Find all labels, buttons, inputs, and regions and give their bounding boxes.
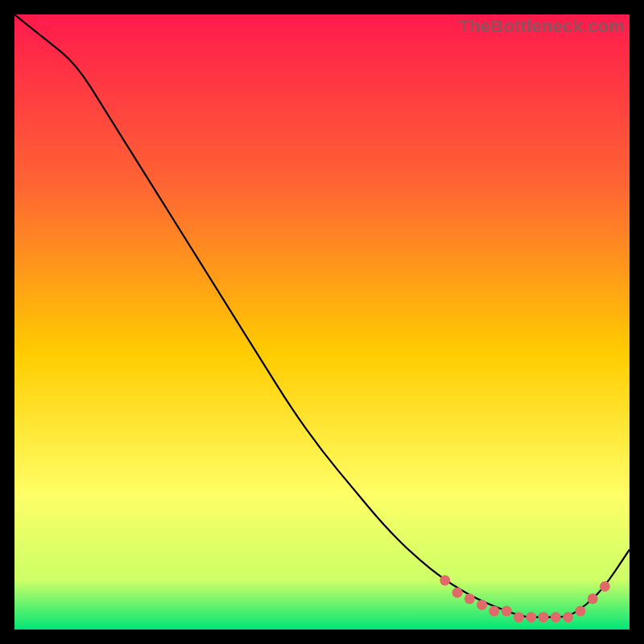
- curve-marker: [464, 593, 475, 604]
- watermark-text: TheBottleneck.com: [459, 16, 625, 37]
- curve-marker: [600, 581, 610, 592]
- curve-marker: [514, 612, 524, 622]
- curve-marker: [452, 588, 463, 598]
- gradient-bg: [14, 14, 630, 630]
- curve-marker: [526, 612, 536, 622]
- curve-marker: [588, 593, 598, 604]
- curve-marker: [551, 612, 561, 622]
- curve-marker: [489, 606, 499, 617]
- curve-marker: [539, 612, 549, 622]
- chart-stage: TheBottleneck.com: [0, 0, 644, 644]
- chart-svg: [14, 14, 630, 630]
- curve-marker: [440, 575, 450, 585]
- plot-area: [14, 14, 630, 630]
- curve-marker: [502, 606, 512, 617]
- curve-marker: [563, 612, 573, 622]
- curve-marker: [477, 600, 487, 610]
- curve-marker: [575, 606, 585, 617]
